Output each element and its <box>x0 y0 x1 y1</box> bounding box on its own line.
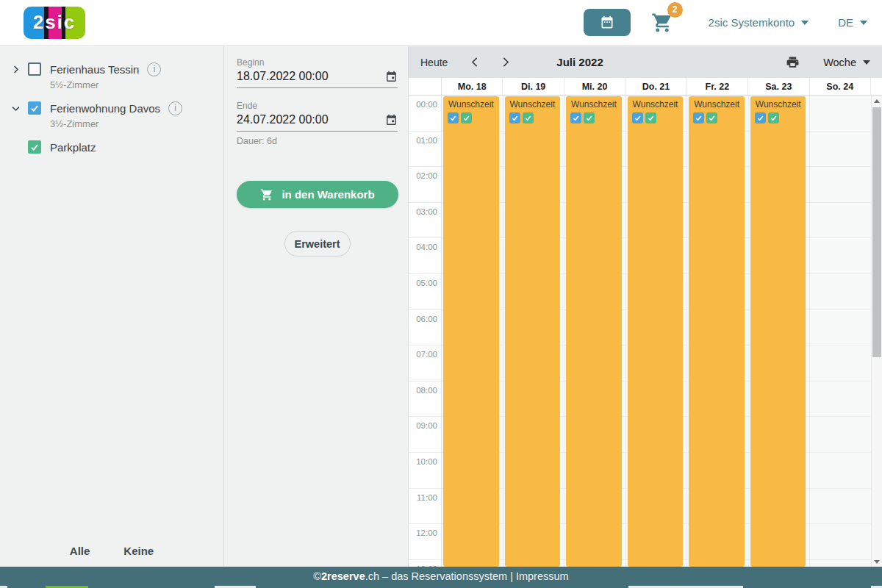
event-checkbox-green[interactable] <box>706 112 717 123</box>
info-icon[interactable]: i <box>168 101 182 115</box>
check-icon <box>647 114 655 122</box>
account-menu[interactable]: 2sic Systemkonto <box>709 16 809 29</box>
event-checkbox-blue[interactable] <box>570 112 581 123</box>
event-wunschzeit[interactable]: Wunschzeit <box>566 96 622 567</box>
day-column[interactable]: Wunschzeit <box>749 96 811 567</box>
check-icon <box>449 114 457 122</box>
resource-checkbox[interactable] <box>28 62 41 76</box>
event-label: Wunschzeit <box>689 99 745 110</box>
tree-item: Ferienwohnung Davosi <box>0 93 223 116</box>
view-mode-dropdown[interactable]: Woche <box>823 57 870 68</box>
today-button[interactable]: Heute <box>420 57 448 68</box>
scroll-up-button[interactable] <box>872 96 882 106</box>
event-checkbox-green[interactable] <box>768 112 779 123</box>
resource-sidebar: Ferienhaus Tessini5½-ZimmerFerienwohnung… <box>0 46 224 567</box>
tree-item-label: Parkplatz <box>50 141 96 154</box>
chevron-down-icon <box>863 60 870 65</box>
begin-input[interactable]: 18.07.2022 00:00 <box>237 70 385 83</box>
check-icon <box>511 114 519 122</box>
hour-label: 08:00 <box>409 381 441 417</box>
event-checkbox-green[interactable] <box>645 112 656 123</box>
calendar-view-button[interactable] <box>584 9 631 36</box>
vertical-scrollbar[interactable] <box>871 96 882 567</box>
check-icon <box>634 114 642 122</box>
event-checkbox-blue[interactable] <box>755 112 766 123</box>
chevron-down-icon[interactable] <box>7 100 24 116</box>
language-menu[interactable]: DE <box>838 16 867 29</box>
day-header-cell: So. 24 <box>810 78 871 95</box>
datepicker-icon[interactable] <box>385 71 398 83</box>
day-header-cell: Sa. 23 <box>748 78 809 95</box>
footer-brand-link[interactable]: 2reserve <box>321 570 365 582</box>
day-header-cell: Do. 21 <box>625 78 686 95</box>
print-button[interactable] <box>786 55 800 69</box>
language-label: DE <box>838 16 853 29</box>
footer-text-link[interactable]: .ch – das Reservationssystem | Impressum <box>365 570 569 582</box>
end-label: Ende <box>237 101 398 111</box>
chevron-down-icon <box>860 21 867 25</box>
chevron-right-icon[interactable] <box>7 61 24 77</box>
event-wunschzeit[interactable]: Wunschzeit <box>628 96 684 567</box>
event-checkbox-green[interactable] <box>461 112 472 123</box>
check-icon <box>462 114 470 122</box>
event-label: Wunschzeit <box>443 99 499 110</box>
hour-label: 05:00 <box>409 274 441 310</box>
next-week-button[interactable] <box>495 53 514 72</box>
check-icon <box>695 114 703 122</box>
time-gutter: 00:0001:0002:0003:0004:0005:0006:0007:00… <box>409 96 442 567</box>
info-icon[interactable]: i <box>147 62 161 76</box>
sidebar-footer: Alle Keine <box>0 545 223 557</box>
tree-item-label: Ferienwohnung Davos <box>50 102 160 115</box>
hour-label: 13:00 <box>409 560 441 567</box>
tree-item: Ferienhaus Tessini <box>0 54 223 77</box>
event-checkboxes <box>505 112 561 123</box>
print-icon <box>786 55 800 69</box>
tree-item: Parkplatz <box>0 132 223 155</box>
resource-checkbox[interactable] <box>28 140 41 154</box>
triangle-down-icon <box>874 560 880 564</box>
day-header-cell: Mi. 20 <box>564 78 625 95</box>
event-checkbox-blue[interactable] <box>509 112 520 123</box>
scrollbar-thumb[interactable] <box>872 107 881 357</box>
event-wunschzeit[interactable]: Wunschzeit <box>443 96 499 567</box>
datepicker-icon[interactable] <box>385 114 398 126</box>
advanced-button[interactable]: Erweitert <box>284 231 351 257</box>
day-column[interactable]: Wunschzeit <box>442 96 503 567</box>
chevron-down-icon <box>801 21 808 25</box>
event-wunschzeit[interactable]: Wunschzeit <box>750 96 806 567</box>
event-checkbox-green[interactable] <box>584 112 595 123</box>
hour-label: 11:00 <box>409 489 441 525</box>
select-all-button[interactable]: Alle <box>70 545 90 557</box>
resource-checkbox[interactable] <box>28 101 41 115</box>
day-header-cell: Fr. 22 <box>687 78 748 95</box>
scroll-down-button[interactable] <box>872 556 882 567</box>
hour-label: 02:00 <box>409 167 441 203</box>
check-icon <box>770 114 778 122</box>
day-column[interactable]: Wunschzeit <box>626 96 688 567</box>
shopping-cart-button[interactable]: 2 <box>651 12 673 34</box>
app-logo[interactable]: 2sic <box>24 7 85 39</box>
event-wunschzeit[interactable]: Wunschzeit <box>689 96 745 567</box>
add-to-cart-button[interactable]: in den Warenkorb <box>237 181 398 208</box>
day-header-cell: Mo. 18 <box>442 78 503 95</box>
hour-label: 10:00 <box>409 453 441 489</box>
end-input[interactable]: 24.07.2022 00:00 <box>237 113 385 126</box>
event-checkbox-blue[interactable] <box>448 112 459 123</box>
event-checkbox-green[interactable] <box>523 112 534 123</box>
event-checkbox-blue[interactable] <box>693 112 704 123</box>
prev-week-button[interactable] <box>465 53 484 72</box>
day-column[interactable] <box>810 96 871 567</box>
day-column[interactable]: Wunschzeit <box>687 96 749 567</box>
calendar-grid: 00:0001:0002:0003:0004:0005:0006:0007:00… <box>409 96 882 567</box>
event-label: Wunschzeit <box>628 99 684 110</box>
select-none-button[interactable]: Keine <box>123 545 154 557</box>
event-checkboxes <box>750 112 806 123</box>
calendar-toolbar: Heute Juli 2022 Woche <box>409 46 882 78</box>
check-icon <box>585 114 593 122</box>
event-wunschzeit[interactable]: Wunschzeit <box>505 96 561 567</box>
event-checkbox-blue[interactable] <box>632 112 643 123</box>
day-column[interactable]: Wunschzeit <box>564 96 626 567</box>
hour-label: 01:00 <box>409 132 441 168</box>
begin-field: Beginn 18.07.2022 00:00 <box>237 57 398 88</box>
day-column[interactable]: Wunschzeit <box>503 96 565 567</box>
